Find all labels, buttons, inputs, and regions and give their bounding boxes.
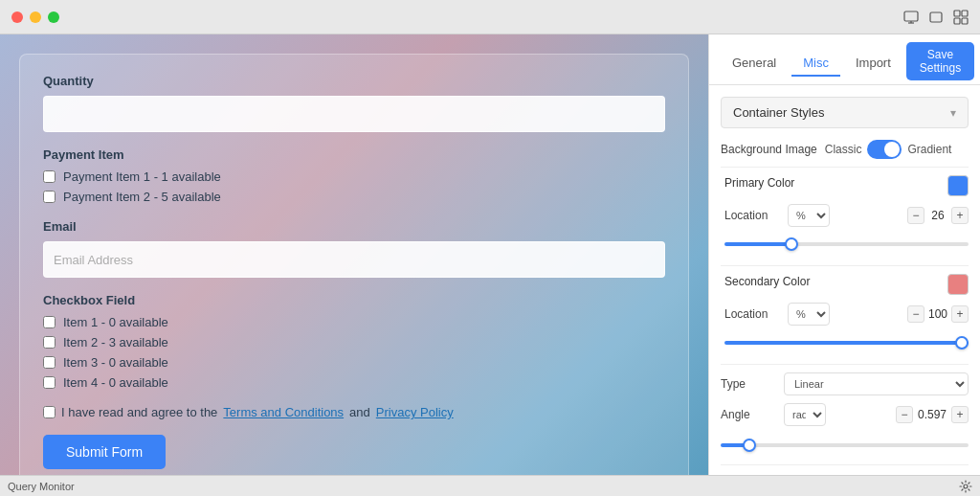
svg-rect-5 xyxy=(962,11,968,16)
monitor-icon xyxy=(903,10,919,25)
tab-general[interactable]: General xyxy=(721,51,788,77)
checkbox-field-label: Checkbox Field xyxy=(43,293,665,307)
checkbox-item-4: Item 4 - 0 available xyxy=(43,375,665,390)
main-content: Quantity Payment Item Payment Item 1 - 1… xyxy=(0,34,980,475)
form-card: Quantity Payment Item Payment Item 1 - 1… xyxy=(19,54,689,475)
payment-item-1: Payment Item 1 - 1 available xyxy=(43,169,665,184)
svg-rect-0 xyxy=(904,11,918,21)
container-styles-header[interactable]: Container Styles ▾ xyxy=(721,97,969,128)
primary-color-section: Primary Color Location % px − 26 + xyxy=(721,175,969,254)
status-text: Query Monitor xyxy=(8,481,75,492)
checkbox-field-group: Checkbox Field Item 1 - 0 available Item… xyxy=(43,293,665,390)
angle-unit-select[interactable]: rad deg xyxy=(784,403,826,426)
checkbox-2[interactable] xyxy=(43,336,56,349)
angle-stepper: − 0.597 + xyxy=(896,406,969,423)
terms-conditions-link[interactable]: Terms and Conditions xyxy=(223,405,344,419)
checkbox-item-1-text: Item 1 - 0 available xyxy=(63,315,168,329)
classic-label: Classic xyxy=(825,143,862,156)
secondary-color-swatch[interactable] xyxy=(947,274,969,295)
primary-color-row: Primary Color xyxy=(724,175,969,196)
angle-slider-container xyxy=(721,434,969,457)
close-button[interactable] xyxy=(11,11,23,23)
secondary-decrement[interactable]: − xyxy=(907,305,924,323)
primary-location-row: Location % px − 26 + xyxy=(724,204,969,227)
settings-icon[interactable] xyxy=(959,480,972,493)
primary-unit-select[interactable]: % px xyxy=(788,204,830,227)
panel-tabs: General Misc Import Save Settings xyxy=(709,34,980,85)
terms-checkbox[interactable] xyxy=(43,406,56,418)
window-icon xyxy=(928,10,944,25)
title-bar-icons xyxy=(903,10,969,25)
type-select[interactable]: Linear Radial xyxy=(784,372,969,395)
primary-color-swatch[interactable] xyxy=(947,175,969,196)
maximize-button[interactable] xyxy=(48,11,59,23)
payment-checkbox-2[interactable] xyxy=(43,191,56,203)
chevron-down-icon: ▾ xyxy=(950,106,956,120)
checkbox-item-2-text: Item 2 - 3 available xyxy=(63,335,168,349)
checkbox-item-1: Item 1 - 0 available xyxy=(43,315,665,329)
primary-slider-container xyxy=(724,233,969,254)
secondary-value: 100 xyxy=(926,307,949,321)
svg-rect-7 xyxy=(962,18,968,24)
type-row: Type Linear Radial xyxy=(721,372,969,395)
checkbox-item-4-text: Item 4 - 0 available xyxy=(63,375,168,390)
bg-toggle[interactable] xyxy=(867,140,902,159)
quantity-group: Quantity xyxy=(43,74,665,132)
primary-location-label: Location xyxy=(724,209,782,222)
payment-item-group: Payment Item Payment Item 1 - 1 availabl… xyxy=(43,147,665,204)
tab-import[interactable]: Import xyxy=(844,51,902,77)
terms-text: I have read and agree to the xyxy=(61,405,217,419)
angle-slider[interactable] xyxy=(721,443,969,447)
type-label: Type xyxy=(721,377,778,391)
title-bar xyxy=(0,0,980,34)
secondary-color-section: Secondary Color Location % px − 100 + xyxy=(721,274,969,352)
checkbox-1[interactable] xyxy=(43,316,56,328)
email-group: Email xyxy=(43,219,665,278)
form-preview: Quantity Payment Item Payment Item 1 - 1… xyxy=(0,34,708,475)
and-text: and xyxy=(349,405,370,419)
checkbox-3[interactable] xyxy=(43,356,56,369)
email-input[interactable] xyxy=(43,241,665,278)
secondary-location-label: Location xyxy=(724,307,782,321)
container-styles-label: Container Styles xyxy=(733,105,824,120)
secondary-increment[interactable]: + xyxy=(951,305,969,323)
payment-item-2-text: Payment Item 2 - 5 available xyxy=(63,190,221,204)
minimize-button[interactable] xyxy=(30,11,41,23)
secondary-stepper: − 100 + xyxy=(907,305,969,323)
checkbox-item-3: Item 3 - 0 available xyxy=(43,355,665,370)
angle-decrement[interactable]: − xyxy=(896,406,913,423)
checkbox-4[interactable] xyxy=(43,376,56,389)
payment-checkbox-1[interactable] xyxy=(43,170,56,183)
angle-row: Angle rad deg − 0.597 + xyxy=(721,403,969,426)
svg-rect-4 xyxy=(954,11,960,16)
secondary-color-label: Secondary Color xyxy=(724,275,810,288)
submit-button[interactable]: Submit Form xyxy=(43,435,166,469)
gradient-label: Gradient xyxy=(907,143,951,156)
status-bar: Query Monitor xyxy=(0,475,980,496)
tab-misc[interactable]: Misc xyxy=(791,51,840,77)
privacy-policy-link[interactable]: Privacy Policy xyxy=(376,405,454,419)
quantity-label: Quantity xyxy=(43,74,665,88)
save-settings-button[interactable]: Save Settings xyxy=(906,42,974,80)
quantity-input[interactable] xyxy=(43,96,665,132)
primary-stepper: − 26 + xyxy=(907,207,969,224)
svg-point-9 xyxy=(964,485,968,488)
primary-color-label: Primary Color xyxy=(724,176,794,190)
primary-slider[interactable] xyxy=(724,242,969,246)
traffic-lights xyxy=(11,11,59,23)
primary-decrement[interactable]: − xyxy=(907,207,924,224)
secondary-slider-container xyxy=(724,331,969,352)
checkbox-item-3-text: Item 3 - 0 available xyxy=(63,355,168,370)
secondary-unit-select[interactable]: % px xyxy=(788,303,830,326)
secondary-color-row: Secondary Color xyxy=(724,274,969,295)
payment-item-label: Payment Item xyxy=(43,147,665,162)
terms-line: I have read and agree to the Terms and C… xyxy=(43,405,665,419)
payment-item-2: Payment Item 2 - 5 available xyxy=(43,190,665,204)
secondary-slider[interactable] xyxy=(724,341,969,345)
checkbox-item-2: Item 2 - 3 available xyxy=(43,335,665,349)
angle-increment[interactable]: + xyxy=(951,406,969,423)
svg-rect-6 xyxy=(954,18,960,24)
background-image-label: Background Image xyxy=(721,143,817,156)
primary-increment[interactable]: + xyxy=(951,207,969,224)
email-label: Email xyxy=(43,219,665,234)
